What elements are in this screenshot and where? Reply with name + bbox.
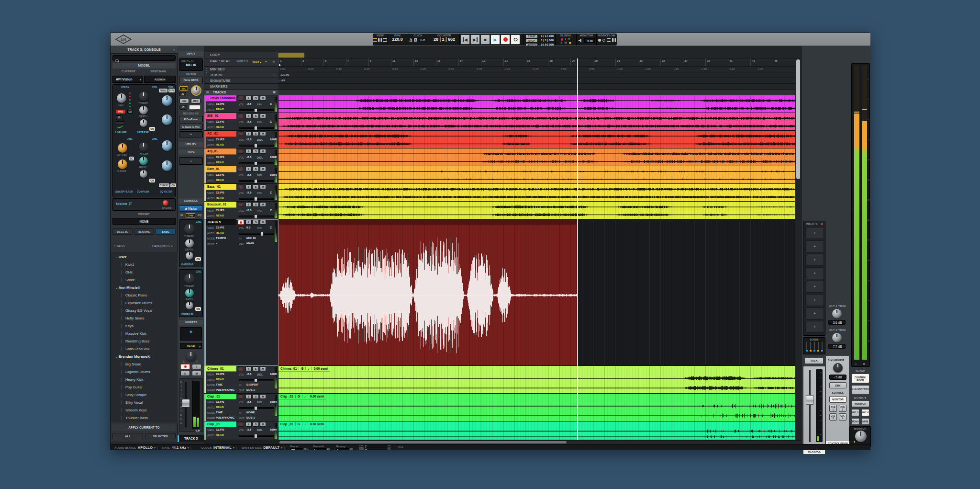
- ruler-content-bar-beat[interactable]: 1357911131517192123252729313335373941434…: [278, 58, 801, 67]
- track-solo-button[interactable]: S: [253, 366, 259, 371]
- track-solo-button[interactable]: S: [253, 96, 259, 101]
- track-name-chip[interactable]: AC _01: [206, 131, 236, 137]
- warp-value[interactable]: -: [216, 242, 217, 245]
- audio-clip[interactable]: [278, 166, 801, 184]
- dyn-sc-button[interactable]: DYN/SC: [159, 183, 169, 187]
- track-name-chip[interactable]: Clap _01: [206, 421, 236, 427]
- track-list-row[interactable]: _ Travis Thibodaux_01ISMVIEWCLIPSVOL-2.6…: [204, 95, 278, 113]
- track-solo-button[interactable]: S: [253, 220, 259, 225]
- in-value[interactable]: B S/PDIF: [246, 383, 258, 386]
- track-list-row[interactable]: AC _01ISMVIEWCLIPSVOL-2.6100L100RAUTOREA…: [204, 131, 278, 148]
- comp-ratio-knob[interactable]: [185, 289, 194, 297]
- send-fader[interactable]: [818, 342, 819, 350]
- track-mute-button[interactable]: M: [260, 96, 266, 101]
- tags-toggle[interactable]: › TAGS: [114, 244, 125, 248]
- pan-value[interactable]: 100R: [270, 373, 277, 375]
- insert-slot[interactable]: +: [805, 267, 824, 279]
- tab-sidechain[interactable]: SIDECHAIN: [145, 70, 171, 73]
- workflow-dot-icon[interactable]: [598, 39, 601, 42]
- global-solo[interactable]: S: [560, 41, 562, 44]
- track-mute-button[interactable]: M: [260, 167, 266, 171]
- input-gain-knob[interactable]: [191, 85, 201, 96]
- cue-button-3[interactable]: CUE 3: [829, 413, 837, 421]
- tab-eq[interactable]: EQ: [196, 213, 203, 217]
- type-chip[interactable]: TYPE: [168, 89, 175, 92]
- auto-value[interactable]: READ: [216, 108, 224, 111]
- input-select[interactable]: INPUT ▾ INMIC 16: [179, 58, 203, 71]
- track-list-row[interactable]: Clap _01ISMVIEWCLIPSVOL-2.6100L100RAUTOR…: [204, 394, 278, 421]
- gate-depth-knob[interactable]: [185, 239, 194, 248]
- ruler-label-min-sec[interactable]: MIN:SEC: [204, 67, 278, 72]
- track-solo-button[interactable]: S: [253, 202, 259, 207]
- tempo-expand-icon[interactable]: ›: [275, 73, 276, 76]
- pan-value[interactable]: 100R: [270, 173, 277, 176]
- pan-value[interactable]: C: [270, 102, 272, 105]
- track-list-row[interactable]: 808 _01ISMVIEWCLIPSVOL-2.6PANCAUTOREAD: [204, 113, 278, 131]
- strip-input-button[interactable]: I: [192, 364, 201, 369]
- hi-pass-knob[interactable]: [118, 159, 127, 169]
- track-list-row[interactable]: Bass _01ISMVIEWCLIPSVOL-2.6PANCAUTOREAD: [204, 184, 278, 202]
- track-record-button[interactable]: [238, 114, 244, 118]
- global-mute[interactable]: M: [565, 41, 567, 44]
- eq-band-knob-4[interactable]: [162, 160, 172, 171]
- strip-solo-button[interactable]: S: [180, 371, 190, 376]
- track-record-button[interactable]: [238, 220, 244, 225]
- track-record-button[interactable]: [238, 394, 244, 399]
- transport-bpm[interactable]: BPM 120.0: [388, 34, 407, 45]
- volume-slider[interactable]: [239, 127, 274, 129]
- comp-rel-knob[interactable]: [140, 170, 147, 178]
- track-name-chip[interactable]: Clap _01: [206, 394, 236, 399]
- ruler-content-tempo[interactable]: 120.00: [278, 72, 801, 78]
- track-name-chip[interactable]: Arp_01: [206, 148, 236, 155]
- auto-value[interactable]: READ: [216, 214, 224, 217]
- ruler-content-min-sec[interactable]: 0:000:050:100:150:200:250:300:350:400:45…: [278, 67, 801, 72]
- ruler-content-markers[interactable]: [278, 84, 801, 90]
- track-mute-button[interactable]: M: [260, 184, 266, 189]
- audio-clip[interactable]: Clap _01G♪0.00 semi: [278, 394, 801, 421]
- track-list-row[interactable]: Arp_01ISMVIEWCLIPSVOL-2.6100L100RAUTOREA…: [204, 148, 278, 166]
- audio-device-value[interactable]: APOLLO: [138, 445, 153, 450]
- track-input-button[interactable]: I: [245, 366, 252, 371]
- view-value[interactable]: CLIPS: [216, 191, 224, 194]
- preset-item[interactable]: Rumbling Boss: [121, 339, 175, 343]
- track-input-button[interactable]: I: [245, 394, 252, 399]
- counter-value[interactable]: 28 | 1 | 662: [429, 37, 459, 42]
- show-control-room-button[interactable]: CONTROL ROOM: [851, 374, 869, 383]
- vertical-scroll-thumb[interactable]: [796, 59, 800, 179]
- apply-all-button[interactable]: ALL: [112, 433, 143, 439]
- vol-value[interactable]: -2.6: [246, 120, 251, 123]
- gate-rel-knob[interactable]: [186, 252, 193, 260]
- track-record-button[interactable]: [238, 366, 244, 371]
- audio-clip[interactable]: [278, 148, 801, 166]
- insert-slot[interactable]: +: [805, 321, 824, 333]
- track-name-chip[interactable]: _ Travis Thibodaux_01: [206, 95, 236, 102]
- stop-value[interactable]: 1 | 1 | 000: [541, 39, 554, 43]
- pad-input-button[interactable]: PAD: [191, 99, 200, 103]
- vertical-scrollbar[interactable]: [795, 58, 801, 440]
- preset-group[interactable]: ⌄ Brendan Morawski: [115, 354, 176, 359]
- track-mute-button[interactable]: M: [260, 220, 266, 225]
- gate-on-button[interactable]: ON: [195, 257, 201, 261]
- preset-item[interactable]: Silky Vocal: [121, 400, 175, 405]
- vol-value[interactable]: -2.6: [246, 173, 251, 176]
- audio-clip[interactable]: [278, 131, 801, 148]
- pan-knob[interactable]: [186, 351, 196, 362]
- click-db[interactable]: 0 dB: [419, 38, 427, 42]
- assign-button[interactable]: ASSIGN: [144, 76, 176, 83]
- audio-clip[interactable]: [278, 113, 801, 131]
- track5-lane[interactable]: [278, 219, 801, 366]
- view-value[interactable]: CLIPS: [216, 173, 224, 176]
- phase-input-button[interactable]: Ø: [179, 105, 187, 110]
- insert-slot[interactable]: +: [805, 240, 824, 252]
- strip-mute-button[interactable]: M: [192, 371, 201, 376]
- view-value[interactable]: CLIPS: [216, 428, 224, 431]
- phantom-button[interactable]: 48V: [179, 99, 189, 103]
- pan-value[interactable]: 100R: [270, 400, 277, 403]
- in-value[interactable]: MIC 16: [246, 237, 256, 239]
- track-record-button[interactable]: [238, 96, 244, 101]
- delete-button[interactable]: DELETE: [112, 228, 133, 235]
- search-input[interactable]: [112, 55, 176, 61]
- track-name-chip[interactable]: Bass _01: [206, 184, 236, 190]
- output-monitor-button[interactable]: MONITOR: [851, 400, 869, 407]
- track-list-row[interactable]: TRACK 5ISMVIEWCLIPSVOL0.0PANCAUTOREADMOD…: [204, 219, 278, 366]
